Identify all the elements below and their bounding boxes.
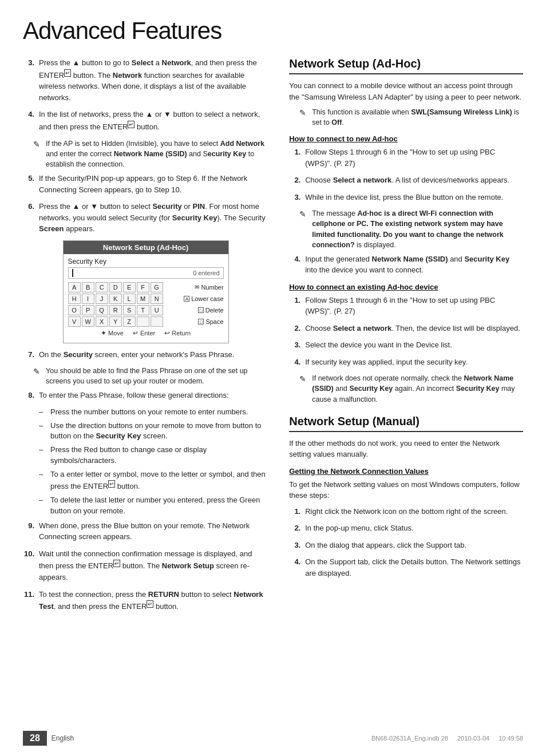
dash-item-3: – Press the Red button to change case or… xyxy=(39,445,268,466)
kbd-key-F[interactable]: F xyxy=(137,282,149,292)
getting-step-2-num: 2. xyxy=(289,523,300,534)
page-footer: 28 English BN68-02631A_Eng.indb 28 2010-… xyxy=(0,731,546,746)
note-icon-adhoc: ✎ xyxy=(299,107,308,128)
kbd-key-blank2[interactable] xyxy=(151,316,163,327)
kbd-key-I[interactable]: I xyxy=(82,294,94,304)
kbd-keys-row-1: A B C D E F G xyxy=(68,282,192,292)
kbd-key-M[interactable]: M xyxy=(137,294,149,304)
note-icon-4: ✎ xyxy=(33,138,42,169)
kbd-key-H[interactable]: H xyxy=(68,294,81,304)
kbd-nav-enter: ↵ Enter xyxy=(133,329,155,337)
kbd-key-A[interactable]: A xyxy=(68,282,81,292)
getting-steps: 1. Right click the Network icon on the b… xyxy=(289,506,523,579)
kbd-key-O[interactable]: O xyxy=(68,305,81,315)
kbd-key-S[interactable]: S xyxy=(123,305,136,315)
dash-5: – xyxy=(39,495,47,517)
kbd-key-B[interactable]: B xyxy=(82,282,94,292)
step-8-text: To enter the Pass Phrase, follow these g… xyxy=(39,390,268,401)
step-11-text: To test the connection, press the RETURN… xyxy=(39,589,268,612)
dash-1: – xyxy=(39,407,47,418)
kbd-key-Y[interactable]: Y xyxy=(109,316,122,327)
kbd-nav-move-label: Move xyxy=(108,330,124,337)
kbd-nav-return: ↩ Return xyxy=(164,329,191,337)
step-6-num: 6. xyxy=(23,201,34,235)
new-adhoc-step-4-num: 4. xyxy=(289,254,300,276)
new-adhoc-step-4-text: Input the generated Network Name (SSID) … xyxy=(305,254,523,276)
kbd-key-U[interactable]: U xyxy=(151,305,163,315)
dash-item-5: – To delete the last letter or number yo… xyxy=(39,495,268,517)
existing-adhoc-step-2-text: Choose Select a network. Then, the devic… xyxy=(305,323,523,334)
new-adhoc-step-4-list: 4. Input the generated Network Name (SSI… xyxy=(289,254,523,276)
right-column: Network Setup (Ad-Hoc) You can connect t… xyxy=(289,57,523,618)
getting-step-1-text: Right click the Network icon on the bott… xyxy=(305,506,523,517)
dash-text-3: Press the Red button to change case or d… xyxy=(50,445,268,466)
existing-adhoc-step-1-num: 1. xyxy=(289,295,300,317)
kbd-key-E[interactable]: E xyxy=(123,282,136,292)
kbd-key-G[interactable]: G xyxy=(151,282,163,292)
page-title: Advanced Features xyxy=(23,17,523,45)
existing-adhoc-step-4-num: 4. xyxy=(289,357,300,368)
kbd-key-P[interactable]: P xyxy=(82,305,94,315)
getting-step-1-num: 1. xyxy=(289,506,300,517)
kbd-key-C[interactable]: C xyxy=(96,282,108,292)
step-3: 3. Press the ▲ button to go to Select a … xyxy=(23,57,268,103)
footer-left: 28 English xyxy=(23,731,74,746)
step-5-text: If the Security/PIN pop-up appears, go t… xyxy=(39,173,268,195)
kbd-key-J[interactable]: J xyxy=(96,294,108,304)
kbd-key-K[interactable]: K xyxy=(109,294,122,304)
kbd-key-Z[interactable]: Z xyxy=(123,316,136,327)
kbd-key-D[interactable]: D xyxy=(109,282,122,292)
network-setup-keyboard: Network Setup (Ad-Hoc) Security Key 0 en… xyxy=(63,240,229,343)
page: Advanced Features 3. Press the ▲ button … xyxy=(0,0,546,756)
dash-text-1: Press the number buttons on your remote … xyxy=(50,407,248,418)
existing-adhoc-step-3: 3. Select the device you want in the Dev… xyxy=(289,339,523,351)
dash-text-5: To delete the last letter or number you … xyxy=(50,495,268,517)
kbd-security-label: Security Key xyxy=(68,258,224,266)
getting-step-3-num: 3. xyxy=(289,540,300,551)
step-7: 7. On the Security screen, enter your ne… xyxy=(23,349,268,361)
note-step-7: ✎ You should be able to find the Pass Ph… xyxy=(33,366,268,386)
step-7-text: On the Security screen, enter your netwo… xyxy=(39,349,268,361)
kbd-key-R[interactable]: R xyxy=(109,305,122,315)
kbd-bottom-nav: ✦ Move ↵ Enter ↩ Return xyxy=(68,329,224,339)
existing-adhoc-step-4: 4. If security key was applied, input th… xyxy=(289,357,523,368)
note-text-7: You should be able to find the Pass Phra… xyxy=(46,366,268,386)
step-9: 9. When done, press the Blue button on y… xyxy=(23,520,268,543)
note-icon-7: ✎ xyxy=(33,366,42,386)
how-existing-adhoc-heading: How to connect an existing Ad-hoc device xyxy=(289,283,523,291)
steps-7-11: 7. On the Security screen, enter your ne… xyxy=(23,349,268,361)
step-8-list: 8. To enter the Pass Phrase, follow thes… xyxy=(23,390,268,401)
kbd-key-V[interactable]: V xyxy=(68,316,81,327)
step-11: 11. To test the connection, press the RE… xyxy=(23,589,268,612)
note-text-4: If the AP is set to Hidden (Invisible), … xyxy=(46,138,268,169)
kbd-key-T[interactable]: T xyxy=(137,305,149,315)
manual-heading: Network Setup (Manual) xyxy=(289,415,523,432)
kbd-nav-move: ✦ Move xyxy=(101,329,124,337)
getting-step-4-num: 4. xyxy=(289,556,300,579)
dash-item-2: – Use the direction buttons on your remo… xyxy=(39,421,268,442)
kbd-key-X[interactable]: X xyxy=(96,316,108,327)
kbd-keys-row-4: V W X Y Z xyxy=(68,316,195,327)
kbd-key-N[interactable]: N xyxy=(151,294,163,304)
kbd-key-L[interactable]: L xyxy=(123,294,136,304)
existing-adhoc-step-1-text: Follow Steps 1 through 6 in the "How to … xyxy=(305,295,523,317)
kbd-key-W[interactable]: W xyxy=(82,316,94,327)
step-10-num: 10. xyxy=(23,548,34,583)
new-adhoc-step-4: 4. Input the generated Network Name (SSI… xyxy=(289,254,523,276)
note-text-adhoc: This function is available when SWL(Sams… xyxy=(312,107,523,128)
enter-icon: ↵ xyxy=(133,329,139,337)
getting-network-heading: Getting the Network Connection Values xyxy=(289,467,523,476)
kbd-key-Q[interactable]: Q xyxy=(96,305,108,315)
new-adhoc-step-2-num: 2. xyxy=(289,175,300,186)
adhoc-heading: Network Setup (Ad-Hoc) xyxy=(289,57,523,74)
kbd-label-number: ✉ Number xyxy=(195,284,223,291)
kbd-keys-row-2: H I J K L M N xyxy=(68,294,181,304)
footer-language: English xyxy=(52,734,74,742)
kbd-row-2: H I J K L M N A Lower case xyxy=(68,294,224,304)
kbd-input-bar[interactable]: 0 entered xyxy=(68,267,224,279)
kbd-key-blank1[interactable] xyxy=(137,316,149,327)
step-4: 4. In the list of networks, press the ▲ … xyxy=(23,109,268,132)
kbd-label-delete: □ Delete xyxy=(198,307,224,314)
getting-step-4-text: On the Support tab, click the Details bu… xyxy=(305,556,523,579)
new-adhoc-step-3-text: While in the device list, press the Blue… xyxy=(305,192,523,203)
